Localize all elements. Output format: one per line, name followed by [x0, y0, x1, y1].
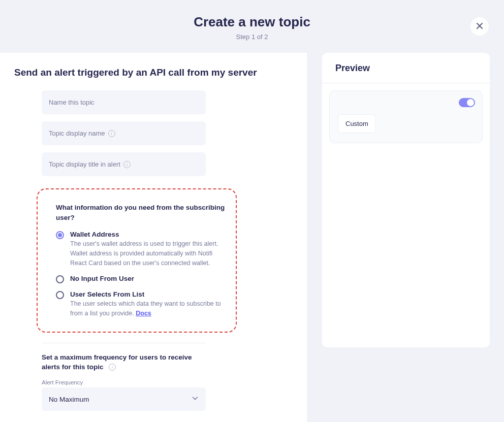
topic-display-title-input[interactable]: Topic display title in alert — [42, 152, 206, 176]
layout: Send an alert triggered by an API call f… — [0, 53, 504, 422]
preview-chip: Custom — [338, 114, 376, 133]
radio-content: Wallet Address The user's wallet address… — [70, 231, 226, 268]
form-panel: Send an alert triggered by an API call f… — [0, 53, 307, 422]
divider — [42, 343, 206, 343]
form-title: Send an alert triggered by an API call f… — [14, 67, 293, 78]
question-label: What information do you need from the su… — [56, 203, 226, 222]
docs-link[interactable]: Docs — [136, 310, 151, 317]
chevron-down-icon — [192, 395, 199, 404]
radio-description: The user's wallet address is used to tri… — [70, 239, 226, 268]
input-placeholder: Topic display name — [49, 129, 105, 137]
radio-option-list[interactable]: User Selects From List The user selects … — [56, 290, 226, 318]
preview-body: Custom — [322, 83, 490, 347]
frequency-select[interactable]: No Maximum — [42, 387, 206, 411]
radio-option-none[interactable]: No Input From User — [56, 275, 226, 283]
close-icon — [476, 22, 484, 31]
select-value: No Maximum — [49, 396, 89, 403]
frequency-label: Set a maximum frequency for users to rec… — [42, 353, 192, 371]
radio-selected-dot — [58, 233, 62, 237]
toggle-switch[interactable] — [459, 98, 475, 107]
frequency-sublabel: Alert Frequency — [42, 379, 206, 385]
radio-description: The user selects which data they want to… — [70, 299, 226, 318]
radio-title: User Selects From List — [70, 290, 226, 298]
radio-button[interactable] — [56, 275, 64, 283]
radio-content: No Input From User — [70, 275, 226, 283]
input-placeholder: Topic display title in alert — [49, 160, 120, 168]
preview-header: Preview — [322, 53, 490, 83]
modal-title: Create a new topic — [0, 14, 504, 30]
radio-title: No Input From User — [70, 275, 226, 282]
input-placeholder: Name this topic — [49, 99, 94, 106]
radio-button[interactable] — [56, 231, 64, 239]
info-icon[interactable] — [123, 161, 131, 168]
preview-card: Custom — [329, 90, 483, 143]
info-icon[interactable] — [109, 364, 116, 371]
step-indicator: Step 1 of 2 — [0, 33, 504, 41]
radio-title: Wallet Address — [70, 231, 226, 238]
preview-title: Preview — [335, 63, 477, 74]
radio-content: User Selects From List The user selects … — [70, 290, 226, 318]
info-icon[interactable] — [108, 130, 115, 137]
user-info-question-box: What information do you need from the su… — [37, 188, 237, 333]
close-button[interactable] — [470, 17, 489, 36]
preview-panel: Preview Custom — [322, 53, 490, 347]
modal-header: Create a new topic Step 1 of 2 — [0, 0, 504, 53]
topic-name-input[interactable]: Name this topic — [42, 90, 206, 114]
radio-option-wallet[interactable]: Wallet Address The user's wallet address… — [56, 231, 226, 268]
frequency-section: Set a maximum frequency for users to rec… — [42, 352, 206, 411]
radio-button[interactable] — [56, 291, 64, 299]
topic-display-name-input[interactable]: Topic display name — [42, 121, 206, 145]
